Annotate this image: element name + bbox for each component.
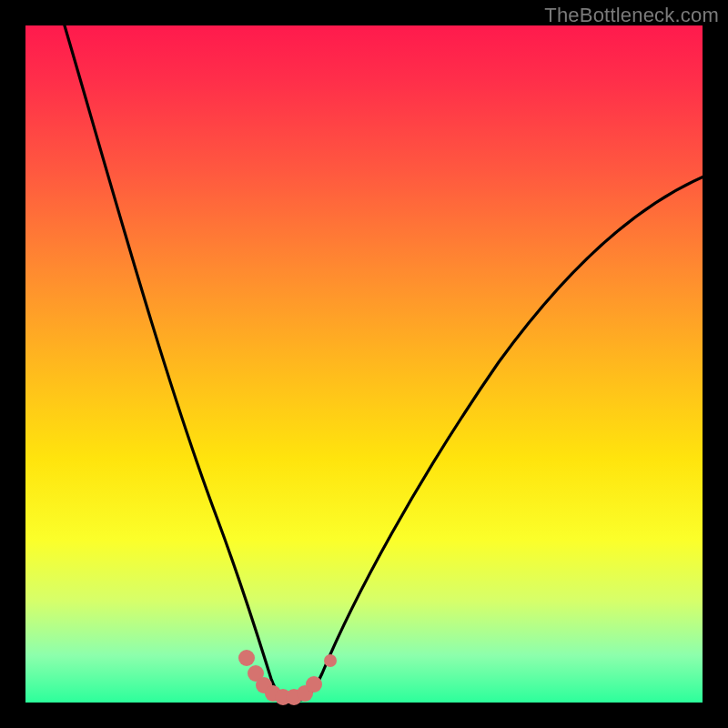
- curve-layer: [25, 25, 703, 703]
- bottleneck-curve: [62, 16, 717, 701]
- chart-frame: TheBottleneck.com: [0, 0, 728, 728]
- marker-dot: [324, 654, 337, 667]
- marker-dot: [306, 676, 322, 693]
- plot-area: [25, 25, 703, 703]
- marker-dot: [238, 650, 255, 666]
- watermark-text: TheBottleneck.com: [544, 4, 719, 27]
- marker-group: [238, 650, 337, 705]
